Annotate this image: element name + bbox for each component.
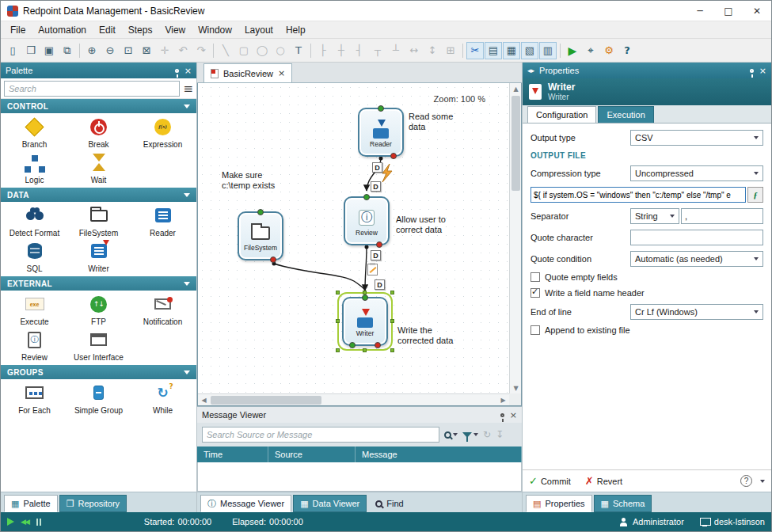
align-left-button[interactable]: ├	[314, 42, 332, 59]
append-existing-checkbox[interactable]: Append to existing file	[531, 325, 763, 335]
palette-item-simple-group[interactable]: Simple Group	[67, 382, 131, 415]
section-header-groups[interactable]: GROUPS	[1, 365, 196, 379]
scroll-left-icon[interactable]: ◀	[198, 394, 210, 405]
canvas-annotation[interactable]: Read some data	[409, 112, 461, 132]
section-header-external[interactable]: EXTERNAL	[1, 276, 196, 291]
pin-icon[interactable]	[500, 413, 504, 417]
help-icon[interactable]: ?	[740, 475, 752, 487]
node-review[interactable]: ⓘ Review	[344, 196, 390, 245]
align-center-button[interactable]: ┼	[333, 42, 350, 59]
output-type-select[interactable]: CSV	[630, 130, 763, 146]
canvas-annotation[interactable]: Allow user to correct data	[396, 215, 459, 235]
scroll-down-icon[interactable]: ▼	[510, 382, 522, 393]
refresh-icon[interactable]: ↻	[483, 429, 491, 440]
separator-value-input[interactable]	[681, 208, 763, 224]
zoom-selection-button[interactable]: ⊠	[138, 42, 155, 59]
palette-item-while[interactable]: ↻ While	[131, 382, 195, 415]
close-icon[interactable]: ×	[510, 411, 517, 420]
canvas-annotation[interactable]: Write the corrected data	[397, 325, 461, 346]
save-button[interactable]: ▣	[40, 42, 58, 59]
menu-steps[interactable]: Steps	[122, 23, 159, 37]
export-icon[interactable]: ↧	[496, 429, 504, 440]
settings-button[interactable]: ⚙	[600, 42, 618, 59]
palette-item-ftp[interactable]: ↑↓ FTP	[67, 293, 131, 326]
palette-item-writer[interactable]: Writer	[67, 240, 131, 273]
pin-icon[interactable]	[750, 69, 754, 73]
find-button[interactable]: ⌖	[582, 42, 599, 59]
node-reader[interactable]: Reader	[358, 108, 404, 157]
write-field-header-checkbox[interactable]: Write a field name header	[531, 288, 763, 298]
close-button[interactable]: ✕	[743, 1, 771, 21]
scroll-right-icon[interactable]: ▶	[497, 394, 509, 405]
search-icon[interactable]	[444, 431, 458, 439]
section-header-data[interactable]: DATA	[1, 188, 196, 202]
palette-item-break[interactable]: Break	[67, 116, 131, 149]
palette-item-execute[interactable]: exe Execute	[2, 293, 67, 326]
show-grid-button[interactable]: ▦	[503, 42, 520, 59]
tab-configuration[interactable]: Configuration	[527, 106, 596, 123]
palette-item-review[interactable]: ⓘ Review	[2, 329, 67, 362]
palette-item-notification[interactable]: Notification	[131, 293, 195, 326]
tab-properties[interactable]: ▤ Properties	[526, 495, 592, 512]
expression-editor-button[interactable]: ƒ	[747, 187, 763, 203]
palette-item-for-each[interactable]: For Each	[2, 382, 67, 415]
tab-palette[interactable]: ▦ Palette	[4, 495, 58, 512]
palette-item-detect-format[interactable]: Detect Format	[2, 204, 67, 238]
palette-item-wait[interactable]: Wait	[67, 151, 131, 184]
close-icon[interactable]: ×	[278, 68, 285, 78]
draw-text-button[interactable]: T	[290, 42, 307, 59]
message-search-input[interactable]	[202, 427, 439, 443]
palette-item-logic[interactable]: Logic	[2, 151, 67, 184]
checkbox-box[interactable]	[531, 288, 540, 298]
distribute-horizontal-button[interactable]: ↔	[405, 42, 423, 59]
menu-icon[interactable]: ≡	[183, 82, 193, 96]
flow-canvas[interactable]: D D D D Read some data Make sure c:\temp…	[197, 83, 522, 406]
draw-rect-button[interactable]: ▢	[235, 42, 253, 59]
separator-type-select[interactable]: String	[630, 208, 679, 224]
minimize-button[interactable]: ─	[686, 1, 714, 21]
new-button[interactable]: ▯	[4, 42, 21, 59]
scrollbar-thumb[interactable]	[511, 96, 520, 191]
quote-condition-select[interactable]: Automatic (as needed)	[630, 251, 763, 267]
compression-type-select[interactable]: Uncompressed	[630, 165, 763, 181]
vertical-scrollbar[interactable]: ▲ ▼	[509, 83, 521, 393]
palette-item-filesystem[interactable]: FileSystem	[67, 204, 131, 238]
scroll-up-icon[interactable]: ▲	[510, 83, 522, 94]
checkbox-box[interactable]	[531, 272, 540, 282]
panel-nav-arrows-icon[interactable]: ◂▸	[527, 66, 534, 74]
tab-message-viewer[interactable]: ⓘ Message Viewer	[200, 495, 291, 512]
menu-view[interactable]: View	[158, 23, 192, 37]
maximize-button[interactable]: □	[714, 1, 743, 21]
align-right-button[interactable]: ┤	[351, 42, 368, 59]
palette-item-sql[interactable]: SQL	[2, 240, 67, 273]
commit-button[interactable]: Commit	[541, 477, 571, 486]
show-overview-button[interactable]: ▤	[485, 42, 502, 59]
palette-item-expression[interactable]: f(x) Expression	[131, 116, 195, 149]
zoom-in-button[interactable]: ⊕	[83, 42, 101, 59]
node-filesystem[interactable]: FileSystem	[238, 211, 283, 260]
checkbox-box[interactable]	[531, 325, 540, 335]
pan-button[interactable]: ✛	[156, 42, 173, 59]
close-icon[interactable]: ×	[184, 66, 192, 75]
menu-layout[interactable]: Layout	[238, 23, 280, 37]
column-message[interactable]: Message	[356, 446, 522, 462]
section-header-control[interactable]: CONTROL	[1, 99, 196, 113]
undo-button[interactable]: ↶	[174, 42, 192, 59]
distribute-vertical-button[interactable]: ↕	[424, 42, 441, 59]
menu-edit[interactable]: Edit	[93, 23, 122, 37]
chevron-down-icon[interactable]	[760, 480, 765, 483]
show-ruler-button[interactable]: ▥	[539, 42, 557, 59]
tab-schema[interactable]: ▦ Schema	[594, 495, 652, 512]
node-writer[interactable]: Writer	[342, 297, 388, 346]
tab-repository[interactable]: ❒ Repository	[59, 495, 127, 512]
same-size-button[interactable]: ⊞	[442, 42, 459, 59]
step-back-icon[interactable]: ◀◀	[21, 518, 29, 526]
draw-ellipse-button[interactable]: ◯	[253, 42, 271, 59]
zoom-out-button[interactable]: ⊖	[101, 42, 119, 59]
tab-execution[interactable]: Execution	[598, 106, 653, 123]
redo-button[interactable]: ↷	[192, 42, 210, 59]
help-button[interactable]: ?	[618, 42, 636, 59]
save-all-button[interactable]: ⧉	[59, 42, 76, 59]
palette-item-user-interface[interactable]: User Interface	[67, 329, 131, 362]
run-button[interactable]: ▶	[564, 42, 581, 59]
